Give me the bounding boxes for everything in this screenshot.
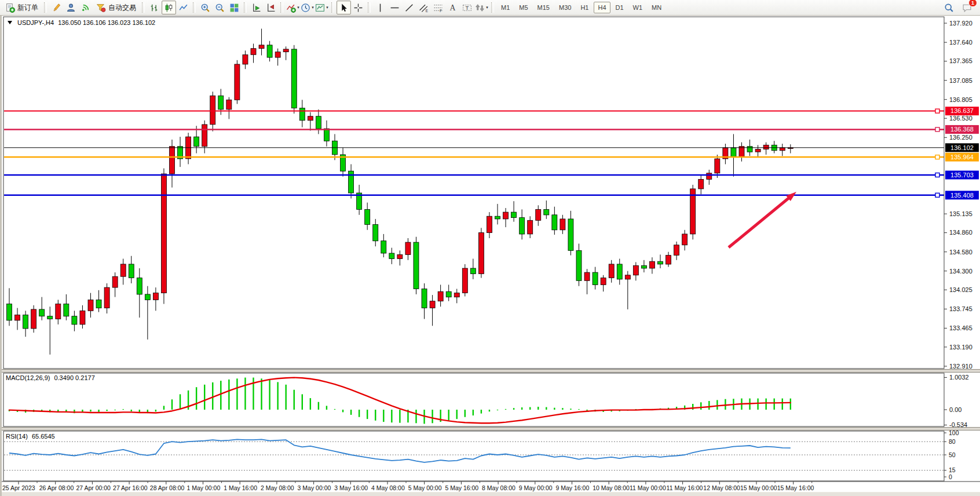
channel-icon: E [419,3,429,13]
templates-icon [315,3,325,13]
timeframe-h4[interactable]: H4 [594,2,610,13]
chart-svg[interactable]: 136.637136.368136.102135.964135.703135.4… [0,0,980,496]
candlestick-icon [164,3,174,13]
arrows-button[interactable]: ▾ [474,1,489,14]
timeframe-m15[interactable]: M15 [533,2,554,13]
toolbar-separator [193,2,196,13]
high-value: 136.106 [83,19,106,26]
timeframe-h1[interactable]: H1 [576,2,593,13]
svg-text:1 May 16:00: 1 May 16:00 [224,484,257,491]
svg-text:135.703: 135.703 [950,172,974,178]
timeframe-d1[interactable]: D1 [612,2,628,13]
svg-text:12 May 08:00: 12 May 08:00 [703,484,740,491]
auto-scroll-button[interactable] [249,1,264,14]
level-drag-handle[interactable] [935,109,939,113]
macd-panel[interactable]: 1.00320.00-0.534 [3,373,969,428]
new-order-button[interactable]: 新订单 [2,1,42,14]
fibonacci-icon: F [433,3,443,13]
timeframe-m5[interactable]: M5 [515,2,532,13]
svg-text:132.910: 132.910 [949,363,972,370]
metaeditor-button[interactable] [49,1,64,14]
svg-text:2 May 08:00: 2 May 08:00 [261,484,294,491]
low-value: 136.023 [108,19,131,26]
horizontal-line-button[interactable] [387,1,402,14]
zoom-in-button[interactable] [198,1,213,14]
mt4-window: 136.637136.368136.102135.964135.703135.4… [0,0,980,496]
autotrading-label: 自动交易 [108,3,136,13]
search-button[interactable] [942,1,956,14]
svg-text:9 May 16:00: 9 May 16:00 [556,484,590,491]
crosshair-icon [353,3,363,13]
toolbar-separator [368,2,371,13]
svg-text:4 May 08:00: 4 May 08:00 [371,484,405,491]
svg-text:136.805: 136.805 [949,96,972,103]
cursor-icon [339,3,349,13]
new-order-label: 新订单 [17,3,38,13]
svg-text:8 May 08:00: 8 May 08:00 [482,484,515,491]
toolbar-group: 新订单 [2,0,42,15]
level-drag-handle[interactable] [935,173,939,177]
svg-text:136.102: 136.102 [950,144,974,151]
level-drag-handle[interactable] [935,155,939,159]
svg-text:134.025: 134.025 [949,286,972,293]
signals-icon [81,3,90,13]
autotrading-button[interactable]: 自动交易 [93,1,140,14]
equidistant-channel-button[interactable]: E [416,1,431,14]
svg-text:3 May 16:00: 3 May 16:00 [334,484,368,491]
navigator-button[interactable] [64,1,78,14]
svg-text:A: A [450,3,456,12]
chart-title: USDJPY-,H4 136.050 136.106 136.023 136.1… [8,19,155,26]
timeframe-mn[interactable]: MN [648,2,665,13]
search-icon [944,3,954,13]
timeframe-w1[interactable]: W1 [629,2,647,13]
toolbar-group [198,0,242,15]
svg-text:137.640: 137.640 [949,39,972,46]
svg-text:15 May 00:00: 15 May 00:00 [740,484,777,491]
svg-text:1.0032: 1.0032 [949,374,969,381]
text-icon: A [448,3,458,13]
timeframe-m30[interactable]: M30 [555,2,575,13]
fibonacci-button[interactable]: F [431,1,445,14]
dropdown-caret-icon[interactable]: ▾ [312,5,314,10]
svg-text:5 May 16:00: 5 May 16:00 [445,484,478,491]
collapse-triangle-icon[interactable] [8,21,12,24]
indicators-button[interactable]: ▾ [286,1,300,14]
chat-button[interactable]: 1 [960,1,974,14]
close-value: 136.102 [132,19,155,26]
dropdown-caret-icon[interactable]: ▾ [297,5,299,10]
dropdown-caret-icon[interactable]: ▾ [486,5,488,10]
toolbar-separator [280,2,283,13]
toolbar-group: EFAT▾ [373,0,489,15]
crosshair-button[interactable] [351,1,365,14]
line-chart-icon [178,3,188,13]
tile-windows-button[interactable] [227,1,242,14]
tile-windows-icon [229,3,239,13]
chart-area[interactable]: 136.637136.368136.102135.964135.703135.4… [0,0,980,496]
macd-values: 0.3490 0.2177 [54,374,94,381]
bar-chart-button[interactable] [147,1,162,14]
timeframe-m1[interactable]: M1 [497,2,514,13]
signals-button[interactable] [78,1,93,14]
rsi-panel[interactable]: 1008050150 [3,429,959,482]
svg-text:134.580: 134.580 [949,249,972,256]
svg-text:135.964: 135.964 [950,154,974,161]
level-drag-handle[interactable] [935,193,939,197]
svg-text:25 Apr 2023: 25 Apr 2023 [2,484,35,491]
candlestick-chart-button[interactable] [162,1,176,14]
trendline-button[interactable] [402,1,416,14]
svg-text:27 Apr 16:00: 27 Apr 16:00 [113,484,148,491]
text-label-icon: T [462,3,472,13]
text-label-button[interactable]: T [460,1,474,14]
zoom-out-button[interactable] [213,1,227,14]
line-chart-button[interactable] [176,1,191,14]
chart-shift-button[interactable] [264,1,278,14]
svg-text:F: F [440,9,442,13]
text-button[interactable]: A [445,1,460,14]
vertical-line-button[interactable] [373,1,387,14]
cursor-button[interactable] [337,1,351,14]
dropdown-caret-icon[interactable]: ▾ [326,5,328,10]
toolbar-group [337,0,365,15]
level-drag-handle[interactable] [935,127,939,132]
periods-button[interactable]: ▾ [300,1,315,14]
templates-button[interactable]: ▾ [315,1,329,14]
